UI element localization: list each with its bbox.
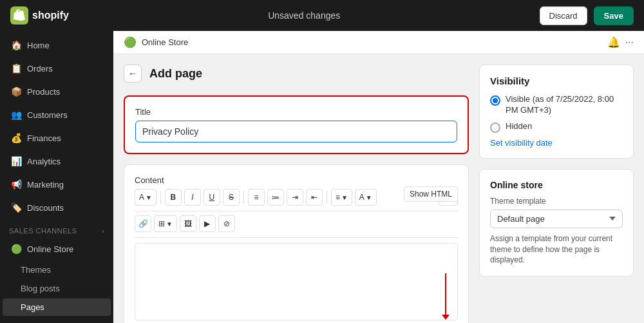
- navbar-title: Unsaved changes: [268, 10, 340, 21]
- store-bar-emoji: 🟢: [124, 36, 137, 48]
- special-char-button[interactable]: ⊘: [218, 215, 235, 232]
- sidebar-item-marketing[interactable]: 📢 Marketing: [3, 173, 111, 195]
- toolbar-sep-3: [327, 191, 327, 204]
- sidebar-sub-pages[interactable]: Pages: [3, 299, 111, 316]
- sidebar-item-online-store[interactable]: 🟢 Online Store: [3, 238, 111, 260]
- image-button[interactable]: 🖼: [180, 215, 196, 232]
- table-dropdown[interactable]: ⊞ ▼: [154, 215, 177, 232]
- sidebar-item-orders[interactable]: 📋 Orders: [3, 57, 111, 79]
- set-visibility-date-link[interactable]: Set visibility date: [490, 138, 553, 148]
- underline-button[interactable]: U: [204, 189, 220, 206]
- home-icon: 🏠: [10, 39, 22, 51]
- blog-posts-label: Blog posts: [21, 284, 60, 293]
- bold-button[interactable]: B: [165, 189, 182, 206]
- show-html-tooltip: Show HTML: [404, 186, 458, 202]
- visible-radio-label: Visible (as of 7/25/2022, 8:00 PM GMT+3): [506, 94, 623, 116]
- more-icon[interactable]: ···: [625, 37, 634, 48]
- store-bar-left: 🟢 Online Store: [124, 36, 188, 48]
- sidebar-sub-navigation[interactable]: Navigation: [3, 317, 111, 323]
- analytics-icon: 📊: [10, 155, 22, 167]
- hidden-label: Hidden: [506, 121, 532, 132]
- discounts-icon: 🏷️: [10, 202, 22, 213]
- sidebar-item-analytics[interactable]: 📊 Analytics: [3, 150, 111, 172]
- hidden-radio-circle[interactable]: [490, 122, 500, 133]
- sidebar-sub-blog-posts[interactable]: Blog posts: [3, 280, 111, 297]
- save-button[interactable]: Save: [594, 6, 634, 25]
- online-store-title: Online store: [490, 180, 623, 190]
- color-dropdown[interactable]: A ▼: [355, 189, 377, 206]
- visible-label: Visible (as of 7/25/2022, 8:00 PM GMT+3): [506, 94, 623, 116]
- font-size-dropdown[interactable]: A ▼: [135, 189, 156, 206]
- visibility-card: Visibility Visible (as of 7/25/2022, 8:0…: [479, 64, 634, 159]
- visibility-radio-group: Visible (as of 7/25/2022, 8:00 PM GMT+3)…: [490, 94, 623, 133]
- sidebar-item-label: Products: [27, 87, 60, 97]
- editor-toolbar-row2: 🔗 ⊞ ▼ 🖼 ▶ ⊘: [135, 215, 458, 238]
- shopify-logo: shopify: [10, 6, 69, 24]
- orders-icon: 📋: [10, 63, 22, 74]
- sidebar: 🏠 Home 📋 Orders 📦 Products 👥 Customers 💰…: [0, 31, 113, 323]
- visible-radio-circle[interactable]: [490, 95, 500, 106]
- page-header: ← Add page: [124, 64, 469, 83]
- link-button[interactable]: 🔗: [135, 215, 151, 232]
- online-store-card: Online store Theme template Default page…: [479, 169, 634, 277]
- store-bar: 🟢 Online Store 🔔 ···: [113, 31, 644, 54]
- bullet-list-button[interactable]: ≡: [248, 189, 265, 206]
- side-col: Visibility Visible (as of 7/25/2022, 8:0…: [479, 64, 634, 313]
- outdent-button[interactable]: ⇤: [306, 189, 323, 206]
- theme-template-description: Assign a template from your current them…: [490, 233, 623, 266]
- visibility-title: Visibility: [490, 75, 623, 86]
- title-input[interactable]: [135, 121, 457, 142]
- editor-toolbar-row1: A ▼ B I U S ≡ ≔ ⇥ ⇤: [135, 189, 458, 211]
- discard-button[interactable]: Discard: [540, 6, 587, 25]
- marketing-icon: 📢: [10, 179, 22, 190]
- expand-icon[interactable]: ›: [102, 228, 104, 235]
- html-arrow: [442, 273, 450, 320]
- sidebar-item-label: Finances: [27, 133, 61, 143]
- arrow-line: [445, 273, 446, 315]
- strikethrough-button[interactable]: S: [223, 189, 240, 206]
- align-dropdown[interactable]: ≡ ▼: [331, 189, 352, 206]
- online-store-icon: 🟢: [10, 243, 22, 255]
- sidebar-item-label: Online Store: [27, 244, 73, 254]
- sidebar-item-discounts[interactable]: 🏷️ Discounts: [3, 197, 111, 219]
- title-card: Title: [124, 95, 469, 154]
- main-col: ← Add page Title Content A: [124, 64, 469, 313]
- theme-template-label: Theme template: [490, 197, 623, 206]
- editor-area[interactable]: [135, 243, 458, 320]
- bell-icon[interactable]: 🔔: [607, 36, 620, 48]
- sidebar-item-label: Home: [27, 41, 50, 50]
- hidden-radio-item[interactable]: Hidden: [490, 121, 623, 133]
- html-btn-container: </> Show HTML: [438, 189, 458, 206]
- pages-label: Pages: [21, 302, 44, 312]
- title-field-label: Title: [135, 107, 457, 117]
- store-bar-right: 🔔 ···: [607, 36, 634, 48]
- toolbar-sep-1: [160, 191, 161, 204]
- ordered-list-button[interactable]: ≔: [267, 189, 284, 206]
- sidebar-item-products[interactable]: 📦 Products: [3, 81, 111, 103]
- themes-label: Themes: [21, 265, 51, 275]
- video-button[interactable]: ▶: [199, 215, 216, 232]
- sidebar-item-customers[interactable]: 👥 Customers: [3, 104, 111, 126]
- content-card: Content A ▼ B I U S ≡: [124, 164, 469, 323]
- content-area: 🟢 Online Store 🔔 ··· ← Add page Title: [113, 31, 644, 323]
- sidebar-sub-themes[interactable]: Themes: [3, 261, 111, 279]
- sidebar-item-home[interactable]: 🏠 Home: [3, 34, 111, 56]
- content-label: Content: [135, 175, 458, 185]
- sidebar-item-label: Orders: [27, 64, 53, 73]
- indent-button[interactable]: ⇥: [287, 189, 303, 206]
- store-name: Online Store: [142, 37, 188, 47]
- back-button[interactable]: ←: [124, 64, 142, 83]
- sidebar-item-finances[interactable]: 💰 Finances: [3, 127, 111, 149]
- toolbar-sep-2: [243, 191, 244, 204]
- theme-template-select[interactable]: Default page: [490, 210, 623, 228]
- customers-icon: 👥: [10, 109, 22, 121]
- main-layout: 🏠 Home 📋 Orders 📦 Products 👥 Customers 💰…: [0, 31, 644, 323]
- navbar-left: shopify: [10, 6, 69, 24]
- page-title: Add page: [149, 67, 202, 81]
- italic-button[interactable]: I: [184, 189, 201, 206]
- visible-radio-item[interactable]: Visible (as of 7/25/2022, 8:00 PM GMT+3): [490, 94, 623, 116]
- sidebar-item-label: Marketing: [27, 180, 64, 190]
- arrow-head-up: [442, 315, 450, 320]
- navbar: shopify Unsaved changes Discard Save: [0, 0, 644, 31]
- sales-channels-section: Sales channels ›: [0, 219, 113, 237]
